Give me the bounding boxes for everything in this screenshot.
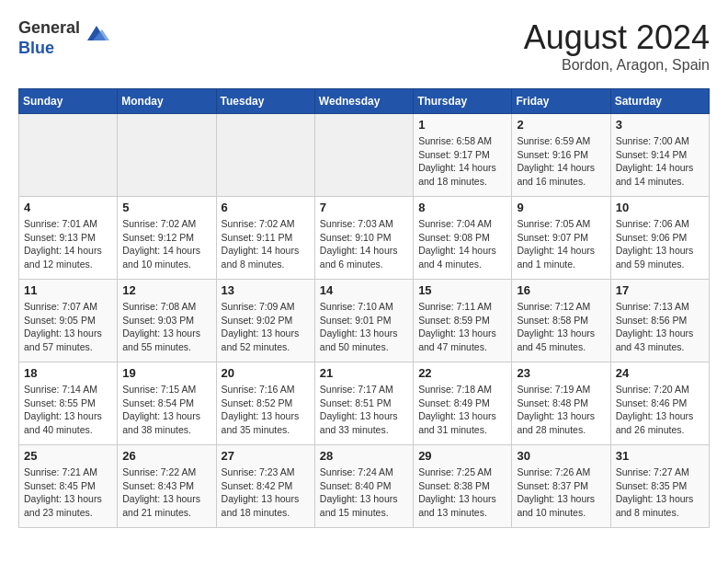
day-info: Sunrise: 7:12 AM Sunset: 8:58 PM Dayligh… <box>517 300 605 354</box>
col-thursday: Thursday <box>414 89 512 114</box>
calendar-cell: 29Sunrise: 7:25 AM Sunset: 8:38 PM Dayli… <box>414 445 512 528</box>
calendar-table: Sunday Monday Tuesday Wednesday Thursday… <box>18 88 710 528</box>
calendar-week-2: 11Sunrise: 7:07 AM Sunset: 9:05 PM Dayli… <box>19 280 710 362</box>
day-number: 26 <box>122 449 210 463</box>
day-number: 29 <box>418 449 506 463</box>
day-number: 5 <box>122 201 210 214</box>
day-number: 21 <box>320 366 408 380</box>
day-number: 28 <box>320 449 408 463</box>
day-number: 13 <box>222 283 310 297</box>
day-number: 18 <box>24 366 112 380</box>
day-info: Sunrise: 7:22 AM Sunset: 8:43 PM Dayligh… <box>122 465 210 520</box>
logo-blue: Blue <box>18 39 54 57</box>
calendar-cell: 6Sunrise: 7:02 AM Sunset: 9:11 PM Daylig… <box>216 197 314 280</box>
col-sunday: Sunday <box>19 89 118 114</box>
calendar-cell: 26Sunrise: 7:22 AM Sunset: 8:43 PM Dayli… <box>118 445 216 528</box>
day-info: Sunrise: 7:16 AM Sunset: 8:52 PM Dayligh… <box>222 383 310 437</box>
day-number: 12 <box>122 283 210 297</box>
calendar-cell <box>19 114 118 197</box>
day-number: 3 <box>616 118 704 132</box>
day-number: 25 <box>24 449 112 463</box>
day-info: Sunrise: 7:02 AM Sunset: 9:11 PM Dayligh… <box>222 217 310 271</box>
day-number: 4 <box>24 201 112 214</box>
calendar-cell: 2Sunrise: 6:59 AM Sunset: 9:16 PM Daylig… <box>512 114 610 197</box>
day-info: Sunrise: 7:09 AM Sunset: 9:02 PM Dayligh… <box>222 300 310 354</box>
day-number: 6 <box>222 201 310 214</box>
day-info: Sunrise: 7:15 AM Sunset: 8:54 PM Dayligh… <box>122 383 210 437</box>
day-number: 11 <box>24 283 112 297</box>
day-info: Sunrise: 6:59 AM Sunset: 9:16 PM Dayligh… <box>517 134 605 189</box>
calendar-cell: 24Sunrise: 7:20 AM Sunset: 8:46 PM Dayli… <box>610 362 709 445</box>
calendar-week-3: 18Sunrise: 7:14 AM Sunset: 8:55 PM Dayli… <box>19 362 710 445</box>
calendar-cell: 4Sunrise: 7:01 AM Sunset: 9:13 PM Daylig… <box>19 197 118 280</box>
calendar-cell: 22Sunrise: 7:18 AM Sunset: 8:49 PM Dayli… <box>414 362 512 445</box>
logo: General Blue <box>18 18 109 58</box>
day-info: Sunrise: 7:17 AM Sunset: 8:51 PM Dayligh… <box>320 383 408 437</box>
day-number: 23 <box>517 366 605 380</box>
day-info: Sunrise: 7:19 AM Sunset: 8:48 PM Dayligh… <box>517 383 605 437</box>
day-info: Sunrise: 7:27 AM Sunset: 8:35 PM Dayligh… <box>616 465 704 520</box>
day-info: Sunrise: 7:07 AM Sunset: 9:05 PM Dayligh… <box>24 300 112 354</box>
day-number: 2 <box>517 118 605 132</box>
day-number: 10 <box>616 201 704 214</box>
calendar-title: August 2024 <box>524 18 710 57</box>
day-info: Sunrise: 7:05 AM Sunset: 9:07 PM Dayligh… <box>517 217 605 271</box>
day-info: Sunrise: 7:24 AM Sunset: 8:40 PM Dayligh… <box>320 465 408 520</box>
day-number: 24 <box>616 366 704 380</box>
day-number: 17 <box>616 283 704 297</box>
calendar-cell: 17Sunrise: 7:13 AM Sunset: 8:56 PM Dayli… <box>610 280 709 362</box>
day-number: 9 <box>517 201 605 214</box>
col-wednesday: Wednesday <box>314 89 413 114</box>
calendar-cell: 21Sunrise: 7:17 AM Sunset: 8:51 PM Dayli… <box>314 362 413 445</box>
col-friday: Friday <box>512 89 610 114</box>
calendar-cell: 12Sunrise: 7:08 AM Sunset: 9:03 PM Dayli… <box>118 280 216 362</box>
day-info: Sunrise: 7:03 AM Sunset: 9:10 PM Dayligh… <box>320 217 408 271</box>
day-info: Sunrise: 7:02 AM Sunset: 9:12 PM Dayligh… <box>122 217 210 271</box>
day-number: 22 <box>418 366 506 380</box>
calendar-cell: 19Sunrise: 7:15 AM Sunset: 8:54 PM Dayli… <box>118 362 216 445</box>
calendar-cell: 13Sunrise: 7:09 AM Sunset: 9:02 PM Dayli… <box>216 280 314 362</box>
calendar-cell: 20Sunrise: 7:16 AM Sunset: 8:52 PM Dayli… <box>216 362 314 445</box>
calendar-cell: 3Sunrise: 7:00 AM Sunset: 9:14 PM Daylig… <box>610 114 709 197</box>
calendar-cell: 31Sunrise: 7:27 AM Sunset: 8:35 PM Dayli… <box>610 445 709 528</box>
day-info: Sunrise: 7:08 AM Sunset: 9:03 PM Dayligh… <box>122 300 210 354</box>
day-info: Sunrise: 7:00 AM Sunset: 9:14 PM Dayligh… <box>616 134 704 189</box>
calendar-cell: 9Sunrise: 7:05 AM Sunset: 9:07 PM Daylig… <box>512 197 610 280</box>
calendar-cell: 16Sunrise: 7:12 AM Sunset: 8:58 PM Dayli… <box>512 280 610 362</box>
col-saturday: Saturday <box>610 89 709 114</box>
calendar-cell: 1Sunrise: 6:58 AM Sunset: 9:17 PM Daylig… <box>414 114 512 197</box>
day-info: Sunrise: 6:58 AM Sunset: 9:17 PM Dayligh… <box>418 134 506 189</box>
day-number: 27 <box>222 449 310 463</box>
calendar-cell: 8Sunrise: 7:04 AM Sunset: 9:08 PM Daylig… <box>414 197 512 280</box>
logo-general: General <box>18 18 80 37</box>
day-number: 20 <box>222 366 310 380</box>
day-info: Sunrise: 7:18 AM Sunset: 8:49 PM Dayligh… <box>418 383 506 437</box>
day-info: Sunrise: 7:14 AM Sunset: 8:55 PM Dayligh… <box>24 383 112 437</box>
calendar-cell: 30Sunrise: 7:26 AM Sunset: 8:37 PM Dayli… <box>512 445 610 528</box>
calendar-cell: 23Sunrise: 7:19 AM Sunset: 8:48 PM Dayli… <box>512 362 610 445</box>
calendar-cell: 5Sunrise: 7:02 AM Sunset: 9:12 PM Daylig… <box>118 197 216 280</box>
calendar-cell <box>118 114 216 197</box>
day-number: 7 <box>320 201 408 214</box>
day-number: 14 <box>320 283 408 297</box>
day-info: Sunrise: 7:01 AM Sunset: 9:13 PM Dayligh… <box>24 217 112 271</box>
calendar-cell: 14Sunrise: 7:10 AM Sunset: 9:01 PM Dayli… <box>314 280 413 362</box>
calendar-week-0: 1Sunrise: 6:58 AM Sunset: 9:17 PM Daylig… <box>19 114 710 197</box>
day-info: Sunrise: 7:13 AM Sunset: 8:56 PM Dayligh… <box>616 300 704 354</box>
day-info: Sunrise: 7:04 AM Sunset: 9:08 PM Dayligh… <box>418 217 506 271</box>
day-info: Sunrise: 7:25 AM Sunset: 8:38 PM Dayligh… <box>418 465 506 520</box>
day-number: 19 <box>122 366 210 380</box>
calendar-cell: 7Sunrise: 7:03 AM Sunset: 9:10 PM Daylig… <box>314 197 413 280</box>
calendar-week-4: 25Sunrise: 7:21 AM Sunset: 8:45 PM Dayli… <box>19 445 710 528</box>
day-info: Sunrise: 7:21 AM Sunset: 8:45 PM Dayligh… <box>24 465 112 520</box>
col-monday: Monday <box>118 89 216 114</box>
calendar-cell: 10Sunrise: 7:06 AM Sunset: 9:06 PM Dayli… <box>610 197 709 280</box>
day-number: 15 <box>418 283 506 297</box>
day-number: 16 <box>517 283 605 297</box>
day-number: 30 <box>517 449 605 463</box>
day-number: 1 <box>418 118 506 132</box>
day-info: Sunrise: 7:20 AM Sunset: 8:46 PM Dayligh… <box>616 383 704 437</box>
calendar-cell: 28Sunrise: 7:24 AM Sunset: 8:40 PM Dayli… <box>314 445 413 528</box>
day-number: 31 <box>616 449 704 463</box>
calendar-header-row: Sunday Monday Tuesday Wednesday Thursday… <box>19 89 710 114</box>
